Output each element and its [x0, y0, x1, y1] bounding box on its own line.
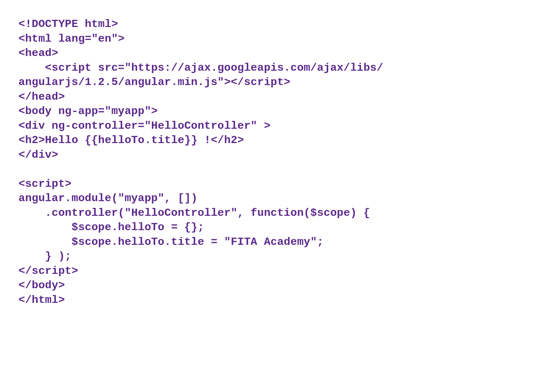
code-snippet: <!DOCTYPE html> <html lang="en"> <head> …: [0, 0, 547, 307]
